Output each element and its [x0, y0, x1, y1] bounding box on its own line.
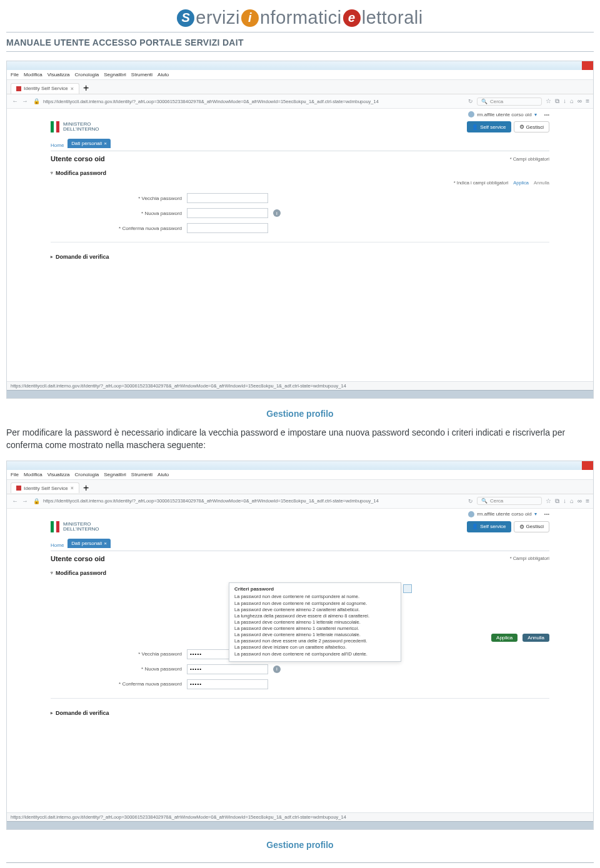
browser-tabbar: Identity Self Service × +	[7, 80, 593, 94]
nav-tab-dati-personali[interactable]: Dati personali ×	[68, 139, 111, 148]
menu-segnalibri[interactable]: Segnalibri	[104, 72, 126, 77]
browser-address-bar: ← → 🔒 https://identityccll.dait.interno.…	[7, 94, 593, 109]
gestisci-button[interactable]: ⚙ Gestisci	[514, 521, 549, 532]
menu-icon[interactable]: ≡	[586, 97, 589, 105]
more-icon[interactable]: •••	[544, 112, 549, 117]
screenshot-1: File Modifica Visualizza Cronologia Segn…	[6, 61, 594, 399]
window-close-button[interactable]	[582, 61, 593, 70]
label-conferma-password: * Conferma nuova password	[51, 681, 182, 687]
menu-strumenti[interactable]: Strumenti	[131, 472, 152, 477]
conferma-password-input[interactable]	[187, 223, 268, 233]
info-icon[interactable]: i	[273, 666, 281, 673]
divider	[6, 51, 594, 52]
ministry-logo: MINISTERO DELL'INTERNO	[51, 521, 99, 532]
browser-search-input[interactable]: 🔍 Cerca	[477, 97, 542, 106]
tooltip-rule: La lunghezza della password deve essere …	[234, 613, 396, 619]
search-placeholder: Cerca	[490, 99, 503, 104]
browser-address-bar: ← → 🔒 https://identityccll.dait.interno.…	[7, 494, 593, 509]
nav-home[interactable]: Home	[51, 542, 64, 548]
nav-tab-close-icon[interactable]: ×	[104, 141, 107, 146]
menu-cronologia[interactable]: Cronologia	[75, 72, 99, 77]
tooltip-rule: La password non deve contenere né corris…	[234, 594, 396, 600]
menu-modifica[interactable]: Modifica	[24, 472, 42, 477]
section-head-domande[interactable]: ▸ Domande di verifica	[51, 704, 549, 719]
user-badge[interactable]: rm.affile utente corso oid ▾ •••	[468, 111, 549, 117]
tooltip-close-button[interactable]	[403, 584, 412, 593]
browser-tab[interactable]: Identity Self Service ×	[11, 83, 79, 94]
url-text[interactable]: https://identityccll.dait.interno.gov.it…	[43, 99, 464, 104]
search-icon: 🔍	[481, 99, 488, 104]
self-service-button[interactable]: 👤 Self service	[467, 521, 511, 532]
download-icon[interactable]: ↓	[563, 97, 566, 105]
tab-close-icon[interactable]: ×	[71, 485, 74, 491]
new-tab-button[interactable]: +	[83, 482, 89, 494]
section-title: Domande di verifica	[56, 254, 109, 260]
nuova-password-input[interactable]	[187, 208, 268, 218]
nav-back-icon[interactable]: ←	[11, 97, 19, 106]
window-titlebar	[7, 461, 593, 470]
home-icon[interactable]: ⌂	[570, 97, 574, 105]
taskbar	[7, 390, 593, 398]
home-icon[interactable]: ⌂	[570, 497, 574, 505]
annulla-button[interactable]: Annulla	[522, 634, 549, 642]
logo-text-3: lettorali	[362, 7, 423, 28]
menu-strumenti[interactable]: Strumenti	[131, 72, 152, 77]
nav-back-icon[interactable]: ←	[11, 497, 19, 506]
window-close-button[interactable]	[582, 461, 593, 470]
applica-button[interactable]: Applica	[491, 634, 518, 642]
label-conferma-password: * Conferma nuova password	[51, 226, 182, 231]
menu-icon[interactable]: ≡	[586, 497, 589, 505]
info-icon[interactable]: i	[273, 209, 281, 217]
menu-aiuto[interactable]: Aiuto	[158, 472, 169, 477]
section-head-modifica[interactable]: ▿ Modifica password	[51, 167, 549, 179]
section-modifica-password: ▿ Modifica password * Indica i campi obb…	[51, 167, 549, 242]
reload-icon[interactable]: ↻	[468, 498, 473, 504]
nav-forward-icon[interactable]: →	[21, 497, 29, 506]
tab-label: Identity Self Service	[24, 86, 68, 91]
nuova-password-input[interactable]	[187, 664, 268, 674]
user-badge[interactable]: rm.affile utente corso oid ▾ •••	[468, 511, 549, 517]
body-text: Per modificare la password è necessario …	[6, 426, 594, 452]
star-icon[interactable]: ☆	[546, 497, 551, 505]
nav-tab-dati-personali[interactable]: Dati personali ×	[68, 539, 111, 548]
avatar-icon	[468, 111, 474, 117]
vecchia-password-input[interactable]	[187, 193, 268, 203]
section-head-domande[interactable]: ▸ Domande di verifica	[51, 247, 549, 262]
annulla-link[interactable]: Annulla	[534, 180, 549, 186]
logo-text-1: ervizi	[196, 7, 240, 28]
menu-cronologia[interactable]: Cronologia	[75, 472, 99, 477]
nav-home[interactable]: Home	[51, 142, 64, 148]
applica-link[interactable]: Applica	[513, 180, 529, 186]
nav-forward-icon[interactable]: →	[21, 97, 29, 106]
bookmark-icon[interactable]: ⧉	[555, 497, 559, 505]
clip-icon[interactable]: ∞	[578, 497, 582, 505]
bookmark-icon[interactable]: ⧉	[555, 97, 559, 105]
browser-tab[interactable]: Identity Self Service ×	[11, 482, 79, 493]
menu-segnalibri[interactable]: Segnalibri	[104, 472, 126, 477]
label-nuova-password: * Nuova password	[51, 666, 182, 672]
gestisci-button[interactable]: ⚙ Gestisci	[514, 121, 549, 132]
conferma-password-input[interactable]	[187, 679, 268, 689]
self-service-button[interactable]: 👤 Self service	[467, 121, 511, 132]
section-head-modifica[interactable]: ▿ Modifica password	[51, 567, 549, 579]
browser-menubar: File Modifica Visualizza Cronologia Segn…	[7, 470, 593, 480]
menu-aiuto[interactable]: Aiuto	[158, 72, 169, 77]
browser-search-input[interactable]: 🔍 Cerca	[477, 497, 542, 505]
star-icon[interactable]: ☆	[546, 97, 551, 105]
menu-file[interactable]: File	[11, 472, 19, 477]
menu-visualizza[interactable]: Visualizza	[48, 472, 70, 477]
download-icon[interactable]: ↓	[563, 497, 566, 505]
url-text[interactable]: https://identityccll.dait.interno.gov.it…	[43, 498, 464, 504]
more-icon[interactable]: •••	[544, 511, 549, 517]
reload-icon[interactable]: ↻	[468, 98, 473, 104]
nav-tab-label: Dati personali	[71, 141, 102, 146]
menu-visualizza[interactable]: Visualizza	[48, 72, 70, 77]
menu-modifica[interactable]: Modifica	[24, 72, 42, 77]
gear-icon: ⚙	[519, 124, 524, 130]
tab-close-icon[interactable]: ×	[71, 86, 74, 92]
new-tab-button[interactable]: +	[83, 82, 89, 94]
clip-icon[interactable]: ∞	[578, 97, 582, 105]
nav-tab-close-icon[interactable]: ×	[104, 541, 107, 546]
search-placeholder: Cerca	[490, 498, 503, 504]
menu-file[interactable]: File	[11, 72, 19, 77]
